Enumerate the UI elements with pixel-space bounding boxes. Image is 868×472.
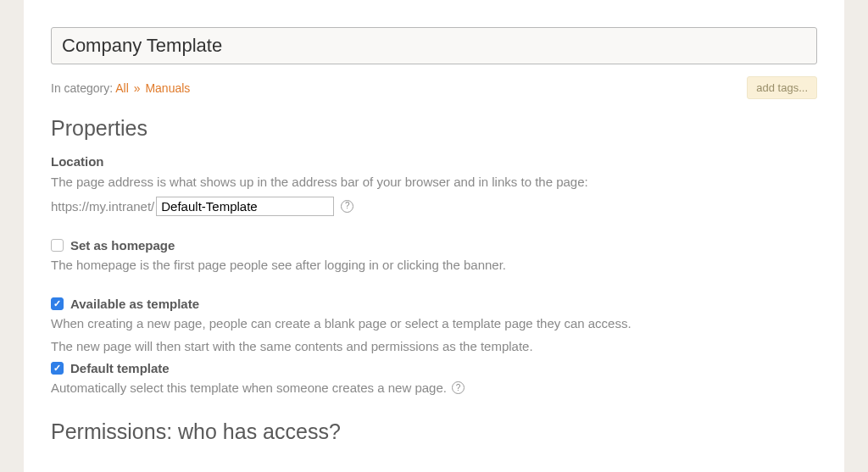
category-manuals-link[interactable]: Manuals — [145, 81, 190, 95]
template-checkbox-row: ✓ Available as template — [51, 297, 817, 311]
location-desc: The page address is what shows up in the… — [51, 173, 817, 192]
template-checkbox-label: Available as template — [70, 297, 199, 311]
slug-input[interactable] — [156, 197, 334, 216]
default-template-desc: Automatically select this template when … — [51, 379, 447, 397]
category-label: In category: — [51, 81, 113, 95]
template-checkbox[interactable]: ✓ — [51, 297, 64, 310]
permissions-heading: Permissions: who has access? — [51, 419, 817, 444]
template-desc-2: The new page will then start with the sa… — [51, 337, 817, 356]
location-block: Location The page address is what shows … — [51, 154, 817, 216]
default-template-checkbox[interactable]: ✓ — [51, 362, 64, 375]
homepage-checkbox[interactable] — [51, 239, 64, 252]
template-block: ✓ Available as template When creating a … — [51, 297, 817, 397]
homepage-block: Set as homepage The homepage is the firs… — [51, 238, 817, 275]
location-label: Location — [51, 154, 817, 169]
properties-heading: Properties — [51, 116, 817, 141]
default-template-checkbox-label: Default template — [70, 361, 170, 375]
default-template-checkbox-row: ✓ Default template — [51, 361, 817, 375]
default-template-desc-row: Automatically select this template when … — [51, 379, 817, 397]
homepage-desc: The homepage is the first page people se… — [51, 256, 817, 275]
template-desc-1: When creating a new page, people can cre… — [51, 314, 817, 333]
homepage-checkbox-row: Set as homepage — [51, 238, 817, 253]
page-title-input[interactable] — [51, 27, 817, 64]
add-tags-button[interactable]: add tags... — [747, 76, 817, 99]
homepage-checkbox-label: Set as homepage — [70, 238, 175, 253]
help-icon[interactable]: ? — [452, 381, 465, 394]
page-card: In category: All » Manuals add tags... P… — [24, 0, 844, 472]
category-row: In category: All » Manuals add tags... — [51, 76, 817, 99]
help-icon[interactable]: ? — [341, 200, 353, 213]
breadcrumb-sep: » — [134, 81, 141, 95]
category-all-link[interactable]: All — [115, 81, 129, 95]
url-row: https://my.intranet/ ? — [51, 197, 817, 216]
category-label-wrap: In category: All » Manuals — [51, 81, 190, 95]
url-prefix: https://my.intranet/ — [51, 199, 154, 214]
